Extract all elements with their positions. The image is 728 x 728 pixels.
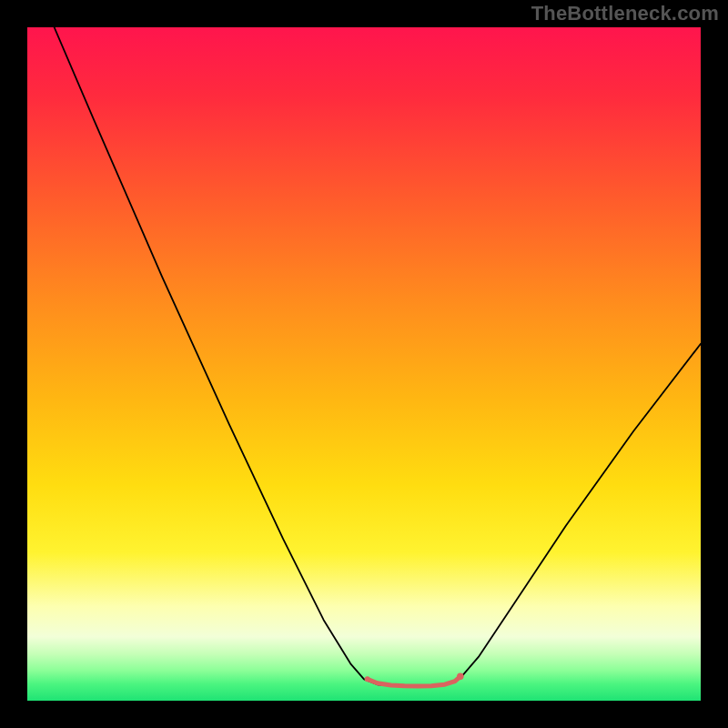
- chart-plot-area: [27, 27, 701, 701]
- chart-background: [27, 27, 701, 701]
- app-frame: TheBottleneck.com: [0, 0, 728, 728]
- chart-svg: [27, 27, 701, 701]
- series-optimal-marker-endpoint: [365, 676, 370, 682]
- series-optimal-marker-endpoint: [457, 673, 464, 681]
- watermark-label: TheBottleneck.com: [531, 2, 719, 25]
